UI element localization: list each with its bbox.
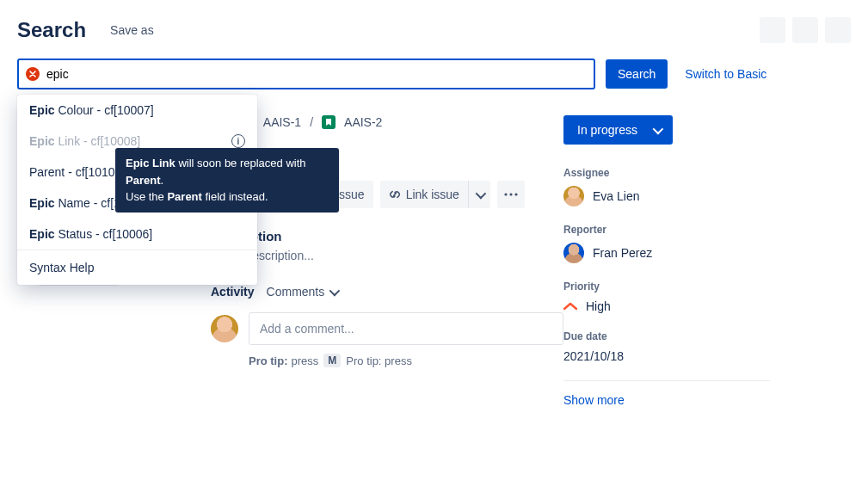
description-placeholder[interactable]: Add a description... bbox=[211, 249, 563, 262]
header-action-1[interactable] bbox=[760, 17, 785, 43]
due-date-label: Due date bbox=[563, 330, 770, 342]
more-icon bbox=[504, 193, 518, 196]
more-actions-button[interactable] bbox=[497, 181, 525, 208]
header-action-2[interactable] bbox=[792, 17, 818, 43]
search-button[interactable]: Search bbox=[606, 59, 668, 89]
clear-icon[interactable] bbox=[26, 67, 40, 81]
assignee-label: Assignee bbox=[563, 167, 770, 179]
breadcrumb: ia / AAIS-1 / AAIS-2 bbox=[211, 115, 563, 129]
link-issue-button[interactable]: Link issue bbox=[380, 181, 468, 208]
jql-input[interactable] bbox=[46, 67, 587, 81]
avatar bbox=[563, 243, 584, 263]
due-date-field[interactable]: 2021/10/18 bbox=[563, 349, 770, 363]
svg-point-3 bbox=[504, 193, 507, 195]
chevron-down-icon bbox=[653, 123, 661, 137]
activity-filter[interactable]: Comments bbox=[267, 285, 338, 299]
avatar bbox=[563, 186, 584, 206]
autocomplete-item[interactable]: Epic Colour - cf[10007] bbox=[17, 95, 257, 126]
svg-point-4 bbox=[509, 193, 512, 195]
breadcrumb-issue-key[interactable]: AAIS-2 bbox=[344, 115, 382, 129]
info-icon[interactable]: i bbox=[231, 134, 245, 148]
description-heading: Description bbox=[211, 229, 563, 243]
syntax-help-link[interactable]: Syntax Help bbox=[17, 250, 257, 285]
priority-label: Priority bbox=[563, 280, 770, 293]
pro-tip: Pro tip: press M Pro tip: press bbox=[249, 354, 563, 367]
issue-sidebar: In progress Assignee Eva Lien Reporter F… bbox=[563, 96, 770, 407]
priority-high-icon bbox=[563, 299, 577, 313]
kbd-m: M bbox=[323, 354, 341, 367]
switch-to-basic-link[interactable]: Switch to Basic bbox=[685, 67, 766, 81]
page-title: Search bbox=[17, 18, 86, 42]
link-issue-dropdown[interactable] bbox=[468, 181, 490, 208]
header-action-3[interactable] bbox=[825, 17, 851, 43]
svg-point-5 bbox=[514, 193, 517, 195]
header-actions bbox=[760, 17, 851, 43]
breadcrumb-epic-key[interactable]: AAIS-1 bbox=[263, 115, 301, 129]
deprecation-tooltip: Epic Link will soon be replaced with Par… bbox=[115, 148, 339, 213]
assignee-field[interactable]: Eva Lien bbox=[563, 186, 770, 206]
save-as-link[interactable]: Save as bbox=[110, 23, 154, 37]
reporter-label: Reporter bbox=[563, 224, 770, 236]
show-more-link[interactable]: Show more bbox=[563, 393, 770, 407]
reporter-field[interactable]: Fran Perez bbox=[563, 243, 770, 263]
autocomplete-item[interactable]: Epic Status - cf[10006] bbox=[17, 219, 257, 250]
comment-input[interactable]: Add a comment... bbox=[249, 312, 563, 345]
priority-field[interactable]: High bbox=[563, 299, 770, 313]
status-dropdown[interactable]: In progress bbox=[563, 115, 673, 145]
chevron-down-icon bbox=[476, 188, 483, 201]
activity-label: Activity bbox=[211, 285, 255, 299]
link-icon bbox=[389, 188, 401, 200]
jql-searchbox[interactable] bbox=[17, 59, 595, 89]
chevron-down-icon bbox=[329, 285, 337, 299]
story-icon bbox=[322, 115, 336, 129]
avatar bbox=[211, 315, 238, 342]
